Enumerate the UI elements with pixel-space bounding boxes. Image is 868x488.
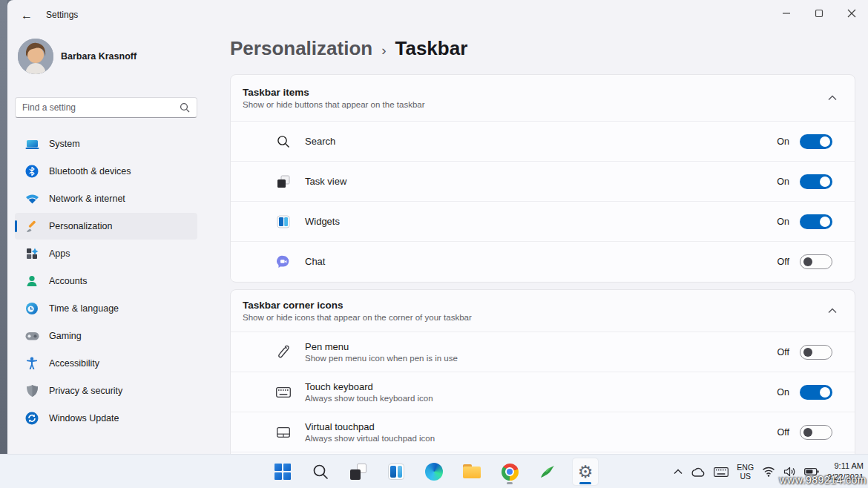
taskbar-search-button[interactable] bbox=[308, 458, 333, 485]
setting-row-search: Search On bbox=[231, 121, 855, 161]
widgets-button[interactable] bbox=[384, 458, 409, 485]
task-view-button[interactable] bbox=[346, 458, 371, 485]
chat-toggle[interactable] bbox=[800, 254, 832, 269]
search-input[interactable] bbox=[16, 102, 180, 113]
sidebar-item-accessibility[interactable]: Accessibility bbox=[15, 350, 197, 377]
sidebar-item-gaming[interactable]: Gaming bbox=[15, 323, 197, 349]
file-explorer-button[interactable] bbox=[459, 458, 484, 485]
battery-icon bbox=[804, 467, 819, 476]
setting-row-pen-menu: Pen menu Show pen menu icon when pen is … bbox=[231, 332, 855, 372]
toggle-state-label: On bbox=[777, 177, 789, 187]
avatar[interactable] bbox=[18, 39, 53, 74]
setting-label: Task view bbox=[305, 176, 777, 187]
sidebar-item-bluetooth[interactable]: Bluetooth & devices bbox=[15, 158, 197, 185]
settings-button[interactable]: ⚙ bbox=[573, 458, 598, 485]
tray-time: 9:11 AM bbox=[834, 461, 864, 472]
maximize-button[interactable] bbox=[803, 0, 835, 27]
chrome-button[interactable] bbox=[497, 458, 522, 485]
maximize-icon bbox=[815, 9, 823, 18]
accessibility-person-icon bbox=[24, 356, 39, 371]
edge-button[interactable] bbox=[421, 458, 447, 485]
bluetooth-icon bbox=[24, 164, 39, 179]
sidebar-item-windows-update[interactable]: Windows Update bbox=[15, 405, 197, 432]
file-explorer-icon bbox=[463, 464, 481, 479]
onedrive-tray-button[interactable] bbox=[691, 467, 706, 477]
settings-window: ← Settings Barbara Krasnoff bbox=[7, 0, 868, 454]
setting-row-task-view: Task view On bbox=[231, 161, 855, 201]
search-icon bbox=[180, 102, 190, 113]
app-title: Settings bbox=[46, 0, 78, 30]
clock-date[interactable]: 9:11 AM 9/22/2021 bbox=[827, 461, 864, 483]
setting-label: Touch keyboard bbox=[305, 381, 777, 392]
sidebar-item-personalization[interactable]: Personalization bbox=[15, 213, 197, 240]
toggle-state-label: Off bbox=[777, 347, 789, 357]
start-icon bbox=[274, 464, 291, 480]
search-box[interactable] bbox=[15, 97, 197, 118]
card-title: Taskbar items bbox=[243, 87, 828, 98]
tray-date: 9/22/2021 bbox=[827, 472, 864, 483]
breadcrumb-parent[interactable]: Personalization bbox=[230, 37, 372, 60]
setting-description: Show pen menu icon when pen is in use bbox=[305, 354, 777, 363]
paintbrush-icon bbox=[24, 219, 39, 234]
touchpad-icon bbox=[275, 424, 292, 441]
setting-label: Widgets bbox=[305, 216, 777, 227]
sidebar-item-label: System bbox=[49, 139, 80, 149]
breadcrumb-separator-icon: › bbox=[381, 42, 386, 59]
sidebar-item-label: Accounts bbox=[49, 276, 87, 286]
sidebar-item-label: Apps bbox=[49, 248, 70, 259]
sidebar-item-label: Privacy & security bbox=[49, 386, 122, 396]
toggle-state-label: Off bbox=[777, 427, 789, 438]
widgets-toggle[interactable] bbox=[800, 214, 832, 229]
setting-label: Pen menu bbox=[305, 341, 777, 352]
language-indicator[interactable]: ENG US bbox=[737, 463, 754, 481]
settings-gear-icon: ⚙ bbox=[578, 464, 594, 481]
windows-taskbar: ⚙ ENG US 9:11 AM 9/22/2021 www.98921 bbox=[0, 454, 868, 488]
taskbar-corner-icons-header[interactable]: Taskbar corner icons Show or hide icons … bbox=[231, 290, 855, 332]
touch-keyboard-toggle[interactable] bbox=[800, 385, 832, 400]
virtual-touchpad-toggle[interactable] bbox=[800, 425, 832, 440]
toggle-state-label: On bbox=[777, 387, 789, 398]
search-icon bbox=[275, 133, 292, 150]
sidebar-item-label: Accessibility bbox=[49, 358, 99, 369]
search-icon bbox=[312, 464, 329, 480]
update-arrows-icon bbox=[24, 411, 39, 426]
sidebar-item-time-language[interactable]: Time & language bbox=[15, 295, 197, 322]
taskbar-items-card: Taskbar items Show or hide buttons that … bbox=[230, 74, 855, 283]
sidebar-item-network[interactable]: Network & internet bbox=[15, 185, 197, 212]
sidebar-item-privacy[interactable]: Privacy & security bbox=[15, 377, 197, 404]
keyboard-icon bbox=[714, 467, 729, 477]
sidebar-item-accounts[interactable]: Accounts bbox=[15, 268, 197, 294]
volume-tray-button[interactable] bbox=[783, 466, 796, 477]
sidebar-item-apps[interactable]: Apps bbox=[15, 240, 197, 267]
green-bird-app-button[interactable] bbox=[535, 458, 560, 485]
sidebar-item-label: Gaming bbox=[49, 331, 82, 341]
search-toggle[interactable] bbox=[800, 134, 832, 149]
taskbar-items-header[interactable]: Taskbar items Show or hide buttons that … bbox=[231, 75, 855, 121]
chrome-icon bbox=[502, 464, 519, 481]
shield-icon bbox=[24, 383, 39, 398]
toggle-state-label: Off bbox=[777, 257, 789, 267]
sidebar-item-label: Network & internet bbox=[49, 194, 125, 204]
window-controls bbox=[770, 0, 868, 27]
pen-menu-toggle[interactable] bbox=[800, 345, 832, 360]
toggle-state-label: On bbox=[777, 136, 789, 147]
battery-tray-button[interactable] bbox=[804, 467, 819, 476]
sidebar-item-label: Personalization bbox=[49, 221, 112, 231]
toggle-state-label: On bbox=[777, 217, 789, 227]
tray-show-hidden-icons-button[interactable] bbox=[674, 469, 683, 475]
back-button[interactable]: ← bbox=[15, 4, 39, 27]
wifi-tray-button[interactable] bbox=[762, 466, 775, 477]
setting-row-virtual-touchpad: Virtual touchpad Always show virtual tou… bbox=[231, 412, 855, 452]
edge-icon bbox=[425, 463, 443, 481]
taskbar-corner-icons-card: Taskbar corner icons Show or hide icons … bbox=[230, 289, 855, 454]
wifi-icon bbox=[24, 191, 39, 206]
task-view-toggle[interactable] bbox=[800, 174, 832, 189]
minimize-button[interactable] bbox=[770, 0, 803, 27]
close-button[interactable] bbox=[835, 0, 868, 27]
green-bird-icon bbox=[539, 463, 556, 481]
sidebar-item-system[interactable]: System bbox=[15, 131, 197, 157]
speaker-icon bbox=[783, 466, 796, 477]
touch-keyboard-tray-button[interactable] bbox=[714, 467, 729, 477]
start-button[interactable] bbox=[270, 458, 295, 485]
chevron-up-icon bbox=[674, 469, 683, 475]
